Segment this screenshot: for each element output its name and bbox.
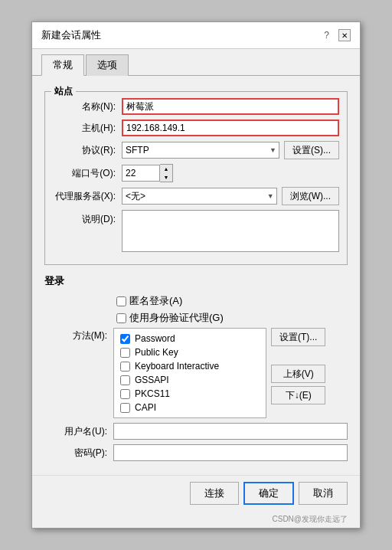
port-label: 端口号(O):: [53, 167, 122, 180]
desc-row: 说明(D):: [53, 210, 339, 252]
method-checkbox-capi[interactable]: [120, 403, 130, 413]
desc-label: 说明(D):: [53, 210, 122, 226]
method-label-gssapi: GSSAPI: [135, 375, 169, 385]
method-checkbox-keyboard[interactable]: [120, 362, 130, 372]
desc-input[interactable]: [122, 210, 339, 252]
agent-row: 使用身份验证代理(G): [44, 311, 348, 325]
help-icon[interactable]: ?: [324, 30, 329, 41]
method-up-button[interactable]: 上移(V): [271, 365, 325, 383]
method-list-container: Password Public Key Keyboard Interactive: [113, 328, 325, 418]
port-control: ▲ ▼: [122, 164, 339, 182]
cancel-button[interactable]: 取消: [299, 482, 348, 505]
name-label: 名称(N):: [53, 100, 122, 113]
content-area: 站点 名称(N): 主机(H): 协议(R):: [32, 76, 360, 475]
watermark: CSDN@发现你走远了: [32, 514, 360, 528]
agent-label: 使用身份验证代理(G): [129, 311, 224, 325]
method-item-gssapi: GSSAPI: [117, 373, 263, 387]
username-control: [113, 423, 348, 440]
site-legend: 站点: [51, 85, 76, 98]
bottom-buttons: 连接 确定 取消: [32, 475, 360, 514]
method-settings-button[interactable]: 设置(T)...: [271, 328, 325, 346]
login-section: 登录 匿名登录(A) 使用身份验证代理(G) 方法(M): Password: [44, 274, 348, 461]
password-input[interactable]: [113, 444, 348, 461]
protocol-select-wrapper: SFTP FTP SCP: [122, 142, 279, 159]
method-checkbox-password[interactable]: [120, 334, 130, 344]
ok-button[interactable]: 确定: [243, 482, 294, 505]
title-controls: ? ✕: [324, 29, 351, 41]
method-item-pkcs11: PKCS11: [117, 387, 263, 401]
anon-checkbox[interactable]: [116, 296, 126, 306]
method-checkbox-publickey[interactable]: [120, 348, 130, 358]
port-increment[interactable]: ▲: [160, 165, 172, 173]
anon-label: 匿名登录(A): [129, 294, 182, 308]
method-item-password: Password: [117, 332, 263, 345]
name-row: 名称(N):: [53, 98, 339, 115]
tab-options[interactable]: 选项: [86, 54, 129, 76]
method-buttons: 设置(T)... 上移(V) 下↓(E): [271, 328, 325, 404]
method-checkbox-pkcs11[interactable]: [120, 389, 130, 399]
method-item-publickey: Public Key: [117, 345, 263, 359]
password-row: 密码(P):: [44, 444, 348, 461]
login-title: 登录: [44, 274, 348, 288]
tab-bar: 常规 选项: [32, 49, 360, 76]
method-down-button[interactable]: 下↓(E): [271, 386, 325, 404]
protocol-label: 协议(R):: [53, 144, 122, 157]
host-row: 主机(H):: [53, 119, 339, 136]
method-label-publickey: Public Key: [135, 347, 178, 358]
method-row: 方法(M): Password Public Key K: [44, 328, 348, 418]
port-input[interactable]: [122, 165, 160, 182]
tab-general[interactable]: 常规: [41, 54, 84, 76]
method-item-capi: CAPI: [117, 401, 263, 414]
port-row: 端口号(O): ▲ ▼: [53, 164, 339, 182]
port-spinner: ▲ ▼: [122, 164, 173, 182]
username-row: 用户名(U):: [44, 423, 348, 440]
method-list: Password Public Key Keyboard Interactive: [113, 328, 266, 418]
host-label: 主机(H):: [53, 122, 122, 135]
site-section: 站点 名称(N): 主机(H): 协议(R):: [44, 91, 348, 265]
settings-button[interactable]: 设置(S)...: [284, 141, 339, 159]
password-control: [113, 444, 348, 461]
site-box: 站点 名称(N): 主机(H): 协议(R):: [44, 91, 348, 265]
method-label: 方法(M):: [44, 328, 113, 342]
method-label-pkcs11: PKCS11: [135, 388, 170, 399]
browse-button[interactable]: 浏览(W)...: [282, 187, 339, 205]
close-button[interactable]: ✕: [338, 29, 351, 41]
proxy-control: <无> 浏览(W)...: [122, 187, 339, 205]
protocol-control: SFTP FTP SCP 设置(S)...: [122, 141, 339, 159]
method-label-keyboard: Keyboard Interactive: [135, 361, 219, 372]
proxy-select-wrapper: <无>: [122, 188, 277, 205]
host-input[interactable]: [122, 119, 339, 136]
username-label: 用户名(U):: [44, 425, 113, 438]
password-label: 密码(P):: [44, 447, 113, 460]
agent-checkbox[interactable]: [116, 313, 126, 323]
proxy-label: 代理服务器(X):: [53, 190, 122, 203]
port-spinner-btns: ▲ ▼: [160, 164, 173, 182]
method-label-capi: CAPI: [135, 402, 156, 413]
dialog-title: 新建会话属性: [41, 28, 101, 42]
title-bar: 新建会话属性 ? ✕: [32, 22, 360, 49]
connect-button[interactable]: 连接: [190, 482, 239, 505]
protocol-select[interactable]: SFTP FTP SCP: [122, 142, 279, 159]
dialog: 新建会话属性 ? ✕ 常规 选项 站点 名称(N):: [31, 21, 361, 529]
port-decrement[interactable]: ▼: [160, 173, 172, 182]
protocol-row: 协议(R): SFTP FTP SCP 设置(S)...: [53, 141, 339, 159]
anon-row: 匿名登录(A): [44, 294, 348, 308]
host-control: [122, 119, 339, 136]
method-label-password: Password: [135, 333, 175, 344]
method-item-keyboard: Keyboard Interactive: [117, 359, 263, 373]
username-input[interactable]: [113, 423, 348, 440]
desc-control: [122, 210, 339, 252]
name-control: [122, 98, 339, 115]
proxy-row: 代理服务器(X): <无> 浏览(W)...: [53, 187, 339, 205]
name-input[interactable]: [122, 98, 339, 115]
method-checkbox-gssapi[interactable]: [120, 375, 130, 385]
proxy-select[interactable]: <无>: [122, 188, 277, 205]
